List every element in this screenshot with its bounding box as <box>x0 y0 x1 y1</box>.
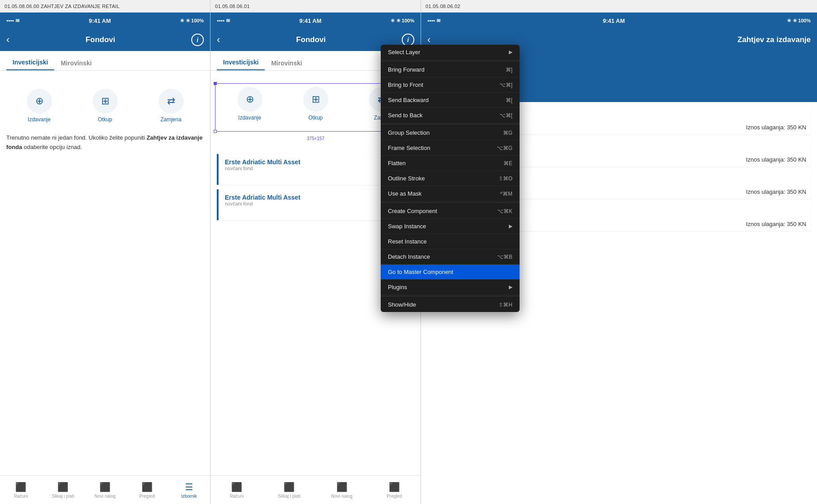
s2-bluetooth-icon: ✳ <box>391 18 395 24</box>
signal-icon: ▪▪▪▪ <box>6 17 14 24</box>
cm-create-component-shortcut: ⌥⌘K <box>497 208 512 214</box>
s2-izdavanje-icon: ⊕ <box>237 87 262 112</box>
s3-signal-icon: ▪▪▪▪ <box>427 17 435 24</box>
s2-status-right: ✳ ✳ 100% <box>391 18 414 24</box>
icon-grid: ⊕ Izdavanje ⊞ Otkup ⇄ Zamjena <box>6 89 204 123</box>
screen-1-label: 01.05.08.06.00 ZAHTJEV ZA IZDAVANJE RETA… <box>0 0 210 13</box>
screen-1: 01.05.08.06.00 ZAHTJEV ZA IZDAVANJE RETA… <box>0 0 211 504</box>
cm-outline-stroke[interactable]: Outline Stroke ⇧⌘O <box>381 171 520 186</box>
cm-flatten[interactable]: Flatten ⌘E <box>381 156 520 171</box>
right-area: Select Layer ▶ Bring Forward ⌘] Bring to… <box>421 0 817 504</box>
izdavanje-icon: ⊕ <box>27 89 52 114</box>
cm-plugins-label: Plugins <box>388 284 407 290</box>
screen-2-bottom-tabs: ⬛ Računi ⬛ Slikaj i plati ⬛ Novi nalog ⬛… <box>211 475 421 504</box>
cm-bring-forward-shortcut: ⌘] <box>506 67 512 73</box>
s2-signal-icon: ▪▪▪▪ <box>217 17 224 24</box>
cm-swap-instance[interactable]: Swap Instance ▶ <box>381 219 520 234</box>
screen-1-nav-bar: ‹ Fondovi i <box>0 29 210 51</box>
s2-bottom-tab-racuni[interactable]: ⬛ Računi <box>211 476 263 504</box>
context-menu[interactable]: Select Layer ▶ Bring Forward ⌘] Bring to… <box>381 45 520 312</box>
s2-bottom-tab-novi[interactable]: ⬛ Novi nalog <box>316 476 368 504</box>
icon-izdavanje[interactable]: ⊕ Izdavanje <box>27 89 52 123</box>
screen-1-tab-bar: Investicijski Mirovinski <box>0 51 210 71</box>
cm-detach-instance[interactable]: Detach Instance ⌥⌘B <box>381 249 520 265</box>
battery-label: ✳ 100% <box>186 18 204 24</box>
s2-battery: ✳ 100% <box>396 18 414 24</box>
tab-investicijski[interactable]: Investicijski <box>6 55 54 70</box>
bottom-tab-slikaj[interactable]: ⬛ Slikaj i plati <box>42 476 84 504</box>
cm-sep-1 <box>381 61 520 61</box>
slikaj-label: Slikaj i plati <box>52 494 74 499</box>
status-bar-left-icons: ▪▪▪▪ ≋ <box>6 17 20 24</box>
cm-bring-forward-label: Bring Forward <box>388 66 425 73</box>
s2-novi-label: Novi nalog <box>331 494 352 499</box>
s2-back-button[interactable]: ‹ <box>217 34 220 46</box>
cm-plugins[interactable]: Plugins ▶ <box>381 280 520 295</box>
cm-group-selection[interactable]: Group Selection ⌘G <box>381 125 520 141</box>
s3-battery: ✳ 100% <box>793 18 811 24</box>
cm-send-to-back[interactable]: Send to Back ⌥⌘[ <box>381 108 520 123</box>
novi-nalog-label: Novi nalog <box>95 494 116 499</box>
cm-use-as-mask[interactable]: Use as Mask ^⌘M <box>381 186 520 201</box>
s2-icon-otkup[interactable]: ⊞ Otkup <box>303 87 328 121</box>
s2-icon-izdavanje[interactable]: ⊕ Izdavanje <box>237 87 262 121</box>
cm-reset-instance[interactable]: Reset Instance <box>381 234 520 249</box>
screen-3-label: 01.05.08.06.02 <box>421 0 817 13</box>
racuni-icon: ⬛ <box>15 482 26 492</box>
cm-use-as-mask-label: Use as Mask <box>388 190 421 197</box>
cm-select-layer[interactable]: Select Layer ▶ <box>381 45 520 60</box>
pregled-icon: ⬛ <box>142 482 153 492</box>
s2-otkup-label: Otkup <box>308 115 322 121</box>
s2-bottom-tab-pregled[interactable]: ⬛ Pregled <box>368 476 421 504</box>
s2-slikaj-label: Slikaj i plati <box>278 494 301 499</box>
empty-text: Trenutno nemate ni jedan fond. Ukoliko ž… <box>6 133 204 152</box>
pregled-label: Pregled <box>139 494 155 499</box>
wifi-icon: ≋ <box>15 17 20 24</box>
izbornik-label: Izbornik <box>181 494 197 499</box>
cm-bring-forward[interactable]: Bring Forward ⌘] <box>381 62 520 77</box>
s2-tab-mirovinski[interactable]: Mirovinski <box>265 56 308 70</box>
icon-otkup[interactable]: ⊞ Otkup <box>93 89 118 123</box>
icon-zamjena[interactable]: ⇄ Zamjena <box>159 89 184 123</box>
s2-info-button[interactable]: i <box>402 34 414 46</box>
s3-bluetooth-icon: ✳ <box>787 18 791 24</box>
cm-send-backward[interactable]: Send Backward ⌘[ <box>381 93 520 108</box>
zamjena-label: Zamjena <box>160 116 181 123</box>
bottom-tab-pregled[interactable]: ⬛ Pregled <box>126 476 168 504</box>
screen-2-label: 01.05.08.06.01 <box>211 0 421 13</box>
cm-go-to-master[interactable]: Go to Master Component <box>381 265 520 280</box>
s2-status-time: 9:41 AM <box>299 17 321 24</box>
cm-show-hide-label: Show/Hide <box>388 301 416 308</box>
s2-racuni-label: Računi <box>230 494 244 499</box>
s2-wifi-icon: ≋ <box>226 17 230 24</box>
racuni-label: Računi <box>14 494 28 499</box>
cm-flatten-label: Flatten <box>388 160 406 167</box>
info-button[interactable]: i <box>191 34 204 46</box>
cm-bring-to-front[interactable]: Bring to Front ⌥⌘] <box>381 77 520 93</box>
tab-mirovinski[interactable]: Mirovinski <box>54 56 98 70</box>
cm-send-to-back-label: Send to Back <box>388 112 422 119</box>
cm-frame-selection-shortcut: ⌥⌘G <box>497 145 512 151</box>
s2-bottom-tab-slikaj[interactable]: ⬛ Slikaj i plati <box>263 476 315 504</box>
s2-izdavanje-label: Izdavanje <box>238 115 261 121</box>
cm-frame-selection-label: Frame Selection <box>388 145 430 151</box>
cm-show-hide[interactable]: Show/Hide ⇧⌘H <box>381 297 520 312</box>
s2-slikaj-icon: ⬛ <box>284 482 295 492</box>
screen-3-status-bar: ▪▪▪▪ ≋ 9:41 AM ✳ ✳ 100% <box>421 13 817 29</box>
s3-back-button[interactable]: ‹ <box>427 34 430 46</box>
s3-wifi-icon: ≋ <box>436 17 441 24</box>
bottom-tab-izbornik[interactable]: ☰ Izbornik <box>168 476 210 504</box>
bottom-tab-racuni[interactable]: ⬛ Računi <box>0 476 42 504</box>
cm-outline-stroke-shortcut: ⇧⌘O <box>499 175 512 182</box>
cm-frame-selection[interactable]: Frame Selection ⌥⌘G <box>381 141 520 156</box>
cm-outline-stroke-label: Outline Stroke <box>388 175 425 182</box>
cm-use-as-mask-shortcut: ^⌘M <box>500 191 512 197</box>
s2-tab-investicijski[interactable]: Investicijski <box>217 55 265 70</box>
s2-nav-title: Fondovi <box>296 35 326 44</box>
back-button[interactable]: ‹ <box>6 34 9 46</box>
zamjena-icon: ⇄ <box>159 89 184 114</box>
bottom-tab-novi-nalog[interactable]: ⬛ Novi nalog <box>84 476 126 504</box>
s3-status-time: 9:41 AM <box>603 17 625 24</box>
cm-group-selection-shortcut: ⌘G <box>503 130 512 136</box>
cm-create-component[interactable]: Create Component ⌥⌘K <box>381 204 520 219</box>
